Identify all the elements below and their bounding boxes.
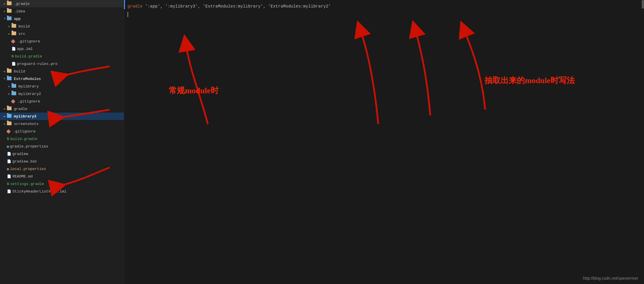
- arrow-extramodules: [2, 76, 7, 81]
- annotation-label-2: 抽取出来的module时写法: [484, 75, 575, 86]
- tree-item-gradlew[interactable]: 📄 gradlew: [0, 150, 124, 158]
- annotation-svg: [124, 0, 644, 284]
- arrow-empty-2: [7, 46, 12, 51]
- label-gradle: .gradle: [14, 2, 30, 6]
- tree-item-sticky-header[interactable]: 📄 StickyHeaderListView.iml: [0, 188, 124, 195]
- tree-item-gradle-dir[interactable]: gradle: [0, 105, 124, 113]
- label-gitignore-extra: .gitignore: [18, 99, 40, 104]
- file-icon-readme: 📄: [7, 174, 11, 179]
- label-gitignore-root: .gitignore: [13, 129, 35, 134]
- label-build-gradle-root: build.gradle: [10, 137, 38, 141]
- diamond-icon-1: [11, 39, 16, 44]
- tree-item-mylibrary2[interactable]: mylibrary2: [0, 90, 124, 98]
- tree-item-src[interactable]: src: [0, 30, 124, 38]
- label-build-gradle-app: build.gradle: [15, 54, 42, 59]
- tree-item-build-gradle-root[interactable]: G build.gradle: [0, 135, 124, 143]
- tree-item-gitignore-app[interactable]: .gitignore: [0, 38, 124, 45]
- code-include: gradle ':app', ':mylibrary3', 'ExtraModu…: [128, 4, 331, 9]
- arrow-app: [2, 16, 7, 21]
- keyword-include: gradle: [128, 4, 143, 9]
- editor-cursor: [128, 12, 128, 17]
- label-gradle-properties: gradle.properties: [10, 144, 48, 149]
- tree-item-gradle-properties[interactable]: ▦ gradle.properties: [0, 143, 124, 150]
- arrow-gradle: [2, 1, 7, 6]
- tree-item-app-iml[interactable]: 📄 app.iml: [0, 45, 124, 53]
- code-line-1: gradle ':app', ':mylibrary3', 'ExtraModu…: [124, 2, 644, 10]
- tree-item-mylibrary[interactable]: mylibrary: [0, 83, 124, 90]
- arrow-empty-3: [7, 54, 12, 59]
- label-build-root: build: [14, 69, 25, 74]
- label-src: src: [18, 32, 25, 36]
- tree-item-readme[interactable]: 📄 README.md: [0, 173, 124, 180]
- tree-item-extramodules[interactable]: ExtraModules: [0, 75, 124, 83]
- arrow-empty-7: [2, 137, 7, 141]
- label-readme: README.md: [12, 174, 33, 179]
- label-proguard: proguard-rules.pro: [17, 62, 57, 66]
- tree-item-local-properties[interactable]: ▦ local.properties: [0, 165, 124, 173]
- file-tree-panel: .gradle .idea app build src .gitignore 📄…: [0, 0, 124, 284]
- arrow-empty-13: [2, 182, 7, 186]
- label-gradle-dir: gradle: [14, 107, 27, 111]
- arrow-mylibrary: [7, 84, 12, 89]
- code-rest: ':app', ':mylibrary3', 'ExtraModules:myl…: [145, 4, 331, 9]
- arrow-empty-11: [2, 167, 7, 171]
- arrow-mylibrary2: [7, 91, 12, 96]
- tree-item-gradlew-bat[interactable]: 📄 gradlew.bat: [0, 158, 124, 165]
- tree-item-gradle[interactable]: .gradle: [0, 0, 124, 8]
- file-icon-gradlew: 📄: [7, 152, 11, 156]
- arrow-empty-9: [2, 152, 7, 156]
- editor-panel: gradle ':app', ':mylibrary3', 'ExtraModu…: [124, 0, 644, 284]
- iml-icon-app: 📄: [12, 47, 16, 51]
- label-app-iml: app.iml: [17, 47, 33, 51]
- code-line-2: [124, 10, 644, 18]
- gradle-icon-root: G: [7, 137, 9, 141]
- file-icon-gradlew-bat: 📄: [7, 159, 11, 164]
- label-gitignore-app: .gitignore: [18, 39, 40, 44]
- diamond-icon-2: [11, 99, 16, 104]
- tree-item-app[interactable]: app: [0, 15, 124, 23]
- label-build-app: build: [18, 24, 30, 29]
- arrow-gradle-dir: [2, 106, 7, 111]
- arrow-empty-12: [2, 174, 7, 179]
- arrow-screenshots: [2, 122, 7, 126]
- annotation-layer: 常规module时 抽取出来的module时写法 http://blog.csd…: [124, 0, 644, 284]
- label-idea: .idea: [14, 9, 25, 14]
- tree-item-gitignore-root[interactable]: .gitignore: [0, 128, 124, 135]
- tree-item-settings-gradle[interactable]: G settings.gradle: [0, 180, 124, 188]
- label-mylibrary2: mylibrary2: [18, 92, 41, 96]
- arrow-empty-14: [2, 189, 7, 194]
- gradle-icon-settings: G: [7, 182, 9, 186]
- tree-item-build-app[interactable]: build: [0, 23, 124, 30]
- gradle-icon-app: G: [12, 54, 14, 59]
- arrow-empty-10: [2, 159, 7, 164]
- label-gradlew-bat: gradlew.bat: [12, 159, 37, 164]
- tree-item-mylibrary3[interactable]: mylibrary3: [0, 113, 124, 120]
- watermark: http://blog.csdn.net/speverriver: [583, 276, 638, 281]
- tree-item-build-gradle-app[interactable]: G build.gradle: [0, 53, 124, 60]
- label-sticky-header: StickyHeaderListView.iml: [12, 189, 66, 194]
- label-mylibrary3: mylibrary3: [14, 114, 36, 119]
- arrow-idea: [2, 9, 7, 14]
- arrow-mylibrary3: [2, 114, 7, 119]
- label-gradlew: gradlew: [12, 152, 28, 156]
- label-app: app: [14, 17, 20, 21]
- properties-icon-2: ▦: [7, 167, 9, 171]
- tree-item-idea[interactable]: .idea: [0, 8, 124, 15]
- editor-scrollbar[interactable]: [642, 0, 644, 9]
- editor-content: gradle ':app', ':mylibrary3', 'ExtraModu…: [124, 0, 644, 21]
- tree-item-gitignore-extra[interactable]: .gitignore: [0, 98, 124, 105]
- label-mylibrary: mylibrary: [18, 84, 39, 89]
- file-icon-sticky: 📄: [7, 189, 11, 194]
- tree-item-build-root[interactable]: build: [0, 68, 124, 75]
- arrow-build-app: [7, 24, 12, 29]
- annotation-label-1: 常规module时: [169, 85, 219, 96]
- arrow-empty-4: [7, 61, 12, 66]
- tree-item-screenshots[interactable]: screenshots: [0, 120, 124, 128]
- tree-item-proguard[interactable]: 📄 proguard-rules.pro: [0, 60, 124, 68]
- arrow-empty-8: [2, 144, 7, 149]
- arrow-src: [7, 31, 12, 36]
- label-screenshots: screenshots: [14, 122, 39, 126]
- file-icon-proguard: 📄: [12, 62, 16, 66]
- properties-icon-1: ▦: [7, 145, 9, 148]
- label-extramodules: ExtraModules: [14, 77, 41, 81]
